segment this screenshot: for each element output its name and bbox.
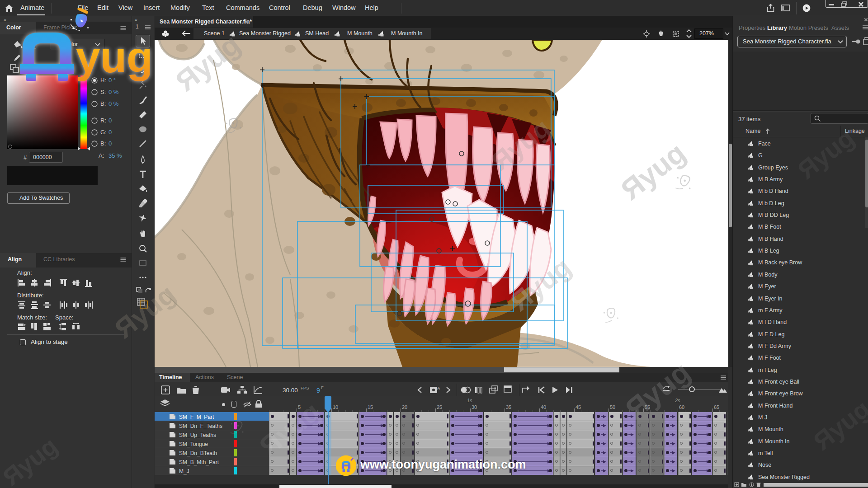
svg-text:A: A [437, 386, 440, 390]
svg-text:yug: yug [76, 35, 150, 81]
